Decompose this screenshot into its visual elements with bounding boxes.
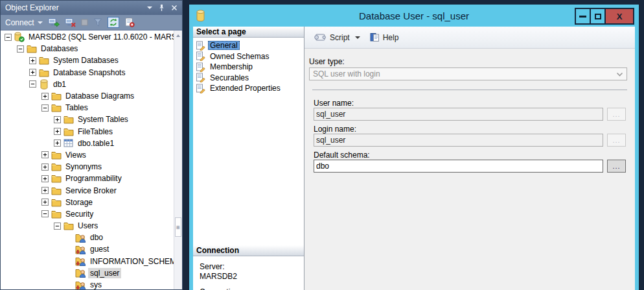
collapse-icon[interactable] <box>41 104 49 112</box>
refresh-icon[interactable] <box>108 17 119 28</box>
collapse-icon[interactable] <box>54 223 61 230</box>
tree-item-sys[interactable]: sys <box>1 279 182 289</box>
folder-icon <box>51 91 62 101</box>
tree-item-users[interactable]: Users <box>1 220 182 232</box>
folder-icon <box>63 127 74 137</box>
object-explorer-tree: ≡ MARSDB2 (SQL Server 11.0.6020 - MARSDD… <box>1 30 182 289</box>
page-item-membership[interactable]: Membership <box>193 62 304 73</box>
database-icon <box>196 10 205 22</box>
tree-item-label: db1 <box>51 79 68 90</box>
user-deny-icon <box>75 256 86 267</box>
maximize-icon <box>595 14 601 19</box>
filter-icon[interactable] <box>93 18 102 27</box>
collapse-icon[interactable] <box>29 80 36 88</box>
scroll-up-icon[interactable] <box>174 32 182 40</box>
tree-item-information-schem[interactable]: INFORMATION_SCHEM <box>1 256 182 267</box>
expand-icon[interactable] <box>41 163 49 171</box>
tree-item-system-databases[interactable]: System Databases <box>1 54 182 66</box>
expand-icon[interactable] <box>54 139 61 147</box>
tree-item-label: Users <box>76 221 100 231</box>
default-schema-browse-button[interactable]: ... <box>607 160 626 173</box>
expand-icon[interactable] <box>29 69 36 76</box>
help-icon <box>369 32 380 42</box>
tree-item-label: sys <box>88 280 104 289</box>
page-item-label: Securables <box>208 73 251 82</box>
script-button[interactable]: Script <box>311 31 352 44</box>
script-error-icon[interactable] <box>124 18 135 27</box>
database-icon <box>38 79 49 90</box>
maximize-button[interactable] <box>590 8 606 25</box>
tree-item-label: sql_user <box>88 268 121 278</box>
page-item-label: Membership <box>208 62 255 71</box>
close-button[interactable]: X <box>604 8 634 25</box>
tree-item-label: Security <box>63 209 95 219</box>
folder-icon <box>63 114 74 125</box>
expand-icon[interactable] <box>41 175 49 182</box>
minimize-icon <box>579 16 586 18</box>
pin-icon[interactable] <box>158 4 165 12</box>
expand-icon[interactable] <box>54 128 61 135</box>
collapse-icon[interactable] <box>5 34 12 41</box>
server-value: MARSDB2 <box>200 272 297 282</box>
tree-item-security[interactable]: Security <box>1 208 182 220</box>
disconnect-server-icon[interactable] <box>65 18 76 27</box>
tree-item-label: Databases <box>39 43 80 54</box>
tree-item-dbo[interactable]: dbo <box>1 232 182 243</box>
tree-item-service-broker[interactable]: Service Broker <box>1 184 182 196</box>
tree-item-system-tables[interactable]: System Tables <box>1 114 182 125</box>
folder-icon <box>51 173 62 184</box>
page-item-extended-properties[interactable]: Extended Properties <box>193 83 304 94</box>
login-name-label: Login name: <box>314 125 356 134</box>
page-item-general[interactable]: General <box>193 40 304 51</box>
expand-icon[interactable] <box>41 151 49 158</box>
tree-item-databases[interactable]: Databases <box>1 43 182 54</box>
page-list: GeneralOwned SchemasMembershipSecurables… <box>193 38 304 245</box>
tree-item-views[interactable]: Views <box>1 149 182 161</box>
script-dropdown-caret[interactable] <box>355 36 360 39</box>
folder-icon <box>51 150 62 160</box>
folder-icon <box>51 162 62 172</box>
window-position-icon[interactable] <box>147 6 152 9</box>
folder-icon <box>51 197 62 208</box>
close-icon: X <box>617 12 623 21</box>
expand-icon[interactable] <box>54 116 61 123</box>
general-page-form: User type: SQL user with login User name… <box>305 49 635 290</box>
expand-icon[interactable] <box>29 57 36 64</box>
expand-icon[interactable] <box>41 93 49 100</box>
help-button[interactable]: Help <box>367 30 402 44</box>
page-item-label: Extended Properties <box>208 84 282 93</box>
tree-item-db1[interactable]: db1 <box>1 79 182 90</box>
tree-item-synonyms[interactable]: Synonyms <box>1 161 182 173</box>
tree-item-storage[interactable]: Storage <box>1 197 182 208</box>
tree-item-label: Programmability <box>63 173 124 184</box>
close-icon[interactable] <box>171 5 178 11</box>
form-separator <box>312 90 627 90</box>
tree-item-database-snapshots[interactable]: Database Snapshots <box>1 67 182 79</box>
tree-item-programmability[interactable]: Programmability <box>1 173 182 184</box>
tree-item-database-diagrams[interactable]: Database Diagrams <box>1 90 182 102</box>
page-item-owned-schemas[interactable]: Owned Schemas <box>193 51 304 62</box>
tree-scrollbar[interactable]: ≡ <box>174 30 182 289</box>
tree-item-sql-user[interactable]: sql_user <box>1 267 182 279</box>
stop-icon[interactable] <box>81 19 88 26</box>
minimize-button[interactable] <box>575 8 591 25</box>
expand-icon[interactable] <box>41 199 49 206</box>
default-schema-label: Default schema: <box>314 151 370 160</box>
tree-item-guest[interactable]: guest <box>1 243 182 255</box>
collapse-icon[interactable] <box>17 45 24 53</box>
default-schema-field[interactable] <box>314 160 603 173</box>
tree-item-dbo-table1[interactable]: dbo.table1 <box>1 138 182 149</box>
page-item-securables[interactable]: Securables <box>193 73 304 84</box>
connect-server-icon[interactable] <box>48 18 60 27</box>
scrollbar-thumb[interactable]: ≡ <box>175 217 181 237</box>
tree-item-filetables[interactable]: FileTables <box>1 126 182 138</box>
collapse-icon[interactable] <box>41 210 49 217</box>
object-explorer-toolbar: Connect <box>1 15 182 30</box>
user-name-field <box>314 108 603 121</box>
tree-item-label: dbo.table1 <box>76 138 116 149</box>
expand-icon[interactable] <box>41 187 49 194</box>
connect-label: Connect <box>5 18 34 27</box>
tree-item-marsdb2-sql-server-11-0-6020-m[interactable]: MARSDB2 (SQL Server 11.0.6020 - MARSD <box>1 31 182 43</box>
connect-button[interactable]: Connect <box>5 18 43 27</box>
tree-item-tables[interactable]: Tables <box>1 102 182 114</box>
